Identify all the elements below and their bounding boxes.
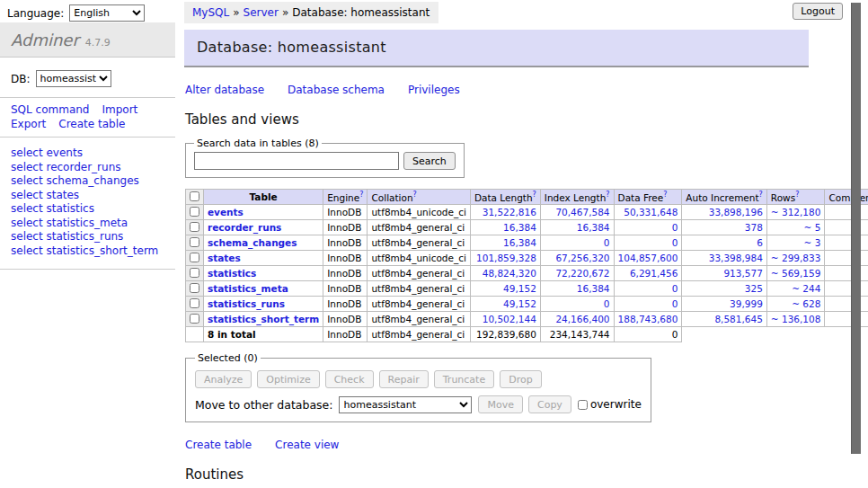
auto-increment-link[interactable]: 913,577: [686, 268, 763, 279]
rows-link[interactable]: ~ 628: [771, 298, 821, 309]
row-checkbox[interactable]: [190, 268, 199, 278]
overwrite-checkbox[interactable]: [578, 400, 588, 410]
data-free-link[interactable]: 0: [618, 222, 678, 233]
row-checkbox[interactable]: [190, 222, 199, 232]
row-checkbox[interactable]: [190, 237, 199, 247]
breadcrumb-item-mysql[interactable]: MySQL: [192, 6, 229, 19]
index-length-link[interactable]: 70,467,584: [545, 207, 610, 217]
link-database-schema[interactable]: Database schema: [288, 84, 385, 96]
data-free-link[interactable]: 6,291,456: [618, 268, 678, 279]
rows-link[interactable]: ~ 136,108: [771, 314, 821, 324]
move-database-select[interactable]: homeassistant: [339, 396, 472, 413]
data-length-link[interactable]: 31,522,816: [474, 207, 536, 217]
sidebar-link-select-events[interactable]: select events: [11, 146, 164, 161]
sidebar-action-create-table[interactable]: Create table: [58, 118, 125, 130]
breadcrumb-item-server[interactable]: Server: [244, 6, 279, 19]
auto-increment-link[interactable]: 39,999: [686, 298, 763, 309]
column-help-auto-increment-link[interactable]: ?: [759, 191, 763, 199]
sidebar-link-select-recorder-runs[interactable]: select recorder_runs: [11, 161, 164, 175]
db-select[interactable]: homeassistant: [36, 70, 111, 87]
copy-button[interactable]: Copy: [528, 395, 571, 413]
row-checkbox[interactable]: [190, 298, 199, 308]
column-help-data-free-link[interactable]: ?: [663, 191, 667, 199]
index-length-link[interactable]: 0: [545, 298, 610, 309]
rows-link[interactable]: ~ 244: [771, 283, 821, 294]
drop-button[interactable]: Drop: [500, 370, 541, 388]
link-privileges[interactable]: Privileges: [408, 84, 460, 96]
data-free-link[interactable]: 50,331,648: [618, 207, 678, 217]
index-length-link[interactable]: 0: [545, 237, 610, 248]
sidebar-link-select-statistics[interactable]: select statistics: [11, 202, 164, 217]
sidebar-link-select-statistics-runs[interactable]: select statistics_runs: [11, 230, 164, 244]
analyze-button[interactable]: Analyze: [195, 370, 252, 388]
row-checkbox[interactable]: [190, 314, 199, 324]
sidebar-link-select-statistics-short-term[interactable]: select statistics_short_term: [11, 244, 164, 259]
auto-increment-link[interactable]: 325: [686, 283, 763, 294]
sidebar-link-select-states[interactable]: select states: [11, 189, 164, 203]
link-create-view[interactable]: Create view: [275, 439, 339, 451]
link-alter-database[interactable]: Alter database: [185, 84, 264, 96]
rows-link[interactable]: ~ 299,833: [771, 253, 821, 263]
table-name-link-statistics[interactable]: statistics: [208, 268, 256, 279]
check-button[interactable]: Check: [325, 370, 374, 388]
rows-link[interactable]: ~ 312,180: [771, 207, 821, 217]
rows-link[interactable]: ~ 5: [771, 222, 821, 233]
index-length-link[interactable]: 16,384: [545, 283, 610, 294]
auto-increment-link[interactable]: 378: [686, 222, 763, 233]
row-checkbox[interactable]: [190, 253, 199, 262]
data-length-link[interactable]: 48,824,320: [474, 268, 536, 279]
link-create-table[interactable]: Create table: [185, 439, 252, 451]
auto-increment-link[interactable]: 33,898,196: [686, 207, 763, 217]
data-free-link[interactable]: 0: [618, 298, 678, 309]
table-name-link-schema-changes[interactable]: schema_changes: [208, 237, 297, 248]
table-name-link-recorder-runs[interactable]: recorder_runs: [208, 222, 281, 233]
index-length-link[interactable]: 72,220,672: [545, 268, 610, 279]
column-help-data-length-link[interactable]: ?: [533, 191, 536, 199]
auto-increment-link[interactable]: 8,581,645: [686, 314, 763, 324]
rows-link[interactable]: ~ 569,159: [771, 268, 821, 279]
table-name-link-statistics-runs[interactable]: statistics_runs: [208, 298, 285, 309]
language-bar: Language: English: [7, 4, 145, 22]
auto-increment-link[interactable]: 33,398,984: [686, 253, 763, 263]
sidebar-action-import[interactable]: Import: [102, 103, 137, 116]
sidebar-link-select-schema-changes[interactable]: select schema_changes: [11, 174, 164, 189]
truncate-button[interactable]: Truncate: [434, 370, 494, 388]
data-free-link[interactable]: 0: [618, 283, 678, 294]
index-length-link[interactable]: 24,166,400: [545, 314, 610, 324]
sidebar-action-export[interactable]: Export: [11, 118, 46, 130]
table-name-link-states[interactable]: states: [208, 253, 241, 263]
index-length-link[interactable]: 16,384: [545, 222, 610, 233]
row-checkbox[interactable]: [190, 283, 199, 293]
data-length-link[interactable]: 49,152: [474, 283, 536, 294]
data-free-link[interactable]: 0: [618, 237, 678, 248]
column-help-index-length-link[interactable]: ?: [606, 191, 609, 199]
data-length-link[interactable]: 16,384: [474, 237, 536, 248]
language-select[interactable]: English: [69, 4, 145, 22]
table-name-link-events[interactable]: events: [208, 207, 244, 217]
data-length-link[interactable]: 49,152: [474, 298, 536, 309]
data-length-link[interactable]: 16,384: [474, 222, 536, 233]
search-input[interactable]: [194, 152, 399, 170]
data-free-link[interactable]: 188,743,680: [618, 314, 678, 324]
table-name-link-statistics-short-term[interactable]: statistics_short_term: [208, 314, 319, 324]
search-button[interactable]: Search: [403, 152, 456, 170]
column-help-collation-link[interactable]: ?: [413, 191, 417, 199]
move-button[interactable]: Move: [478, 395, 523, 413]
row-checkbox[interactable]: [190, 207, 199, 217]
column-help-engine-link[interactable]: ?: [359, 191, 363, 199]
data-free-link[interactable]: 104,857,600: [618, 253, 678, 263]
sidebar-action-sql-command[interactable]: SQL command: [11, 103, 89, 116]
repair-button[interactable]: Repair: [379, 370, 429, 388]
scrollbar-thumb[interactable]: [851, 3, 861, 454]
optimize-button[interactable]: Optimize: [257, 370, 319, 388]
sidebar-link-select-statistics-meta[interactable]: select statistics_meta: [11, 217, 164, 231]
data-length-link[interactable]: 101,859,328: [474, 253, 536, 263]
column-help-rows-link[interactable]: ?: [795, 191, 799, 199]
table-name-link-statistics-meta[interactable]: statistics_meta: [208, 283, 288, 294]
rows-link[interactable]: ~ 3: [771, 237, 821, 248]
index-length-link[interactable]: 67,256,320: [545, 253, 610, 263]
adminer-logo[interactable]: Adminer: [11, 31, 79, 49]
auto-increment-link[interactable]: 6: [686, 237, 763, 248]
data-length-link[interactable]: 10,502,144: [474, 314, 536, 324]
select-all-checkbox[interactable]: [190, 191, 199, 201]
